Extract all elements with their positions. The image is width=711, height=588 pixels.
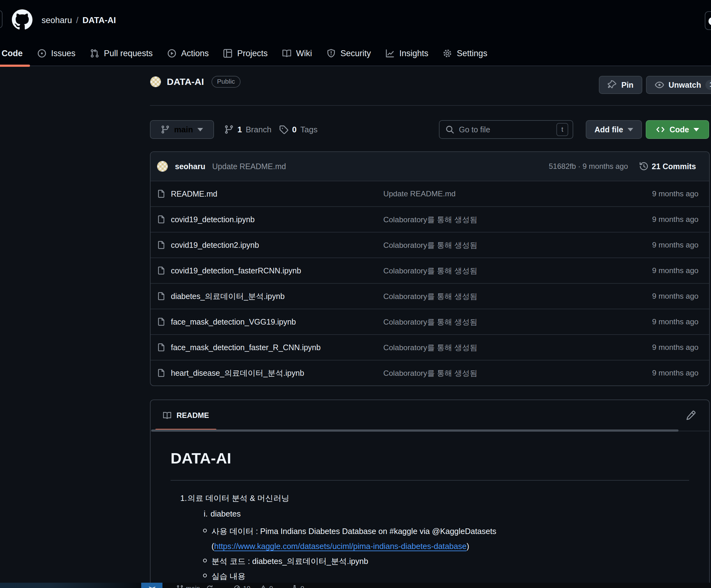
branches-link[interactable]: 1Branch <box>224 120 272 139</box>
status-sync[interactable] <box>206 583 213 588</box>
git-branch-icon <box>176 585 184 588</box>
repo-title[interactable]: DATA-AI <box>167 76 204 87</box>
history-icon <box>639 162 648 171</box>
status-extra[interactable]: 0 <box>291 583 304 588</box>
file-commit-date: 9 months ago <box>611 189 698 198</box>
file-icon <box>157 368 166 377</box>
status-warnings[interactable]: 0 <box>260 583 273 588</box>
file-name-link[interactable]: diabetes_의료데이터_분석.ipynb <box>171 291 285 301</box>
file-commit-message[interactable]: Colaboratory를 통해 생성됨 <box>383 214 611 225</box>
table-row[interactable]: face_mask_detection_faster_R_CNN.ipynb C… <box>151 334 709 360</box>
file-name-link[interactable]: face_mask_detection_faster_R_CNN.ipynb <box>171 343 321 352</box>
repo-avatar[interactable] <box>150 76 161 87</box>
table-row[interactable]: covid19_detection2.ipynb Colaboratory를 통… <box>151 232 709 257</box>
commit-author[interactable]: seoharu <box>175 162 205 171</box>
kaggle-dataset-link[interactable]: https://www.kaggle.com/datasets/uciml/pi… <box>214 542 467 550</box>
chevron-down-icon <box>197 128 203 131</box>
commit-history-link[interactable]: 21 Commits <box>639 162 696 171</box>
file-icon <box>157 241 166 249</box>
tab-issues[interactable]: Issues <box>30 41 83 66</box>
tab-insights[interactable]: Insights <box>378 41 435 66</box>
go-to-file-input[interactable] <box>459 125 552 134</box>
file-commit-message[interactable]: Colaboratory를 통해 생성됨 <box>383 266 611 276</box>
file-name-link[interactable]: README.md <box>171 189 217 199</box>
breadcrumb-repo-link[interactable]: DATA-AI <box>83 16 116 25</box>
github-repo-page: { "header": { "breadcrumb": { "owner": "… <box>0 0 711 588</box>
list-item: 분석 코드 : diabetes_의료데이터_분석.ipynb <box>203 554 689 569</box>
readme-tabbar: README <box>151 400 709 431</box>
warning-icon <box>260 585 267 588</box>
unwatch-button[interactable]: Unwatch 1 <box>646 76 711 94</box>
file-name-link[interactable]: covid19_detection2.ipynb <box>171 241 259 250</box>
tab-wiki[interactable]: Wiki <box>275 41 319 66</box>
chevron-down-icon <box>628 128 633 131</box>
header-action-icon <box>709 17 711 25</box>
edit-readme-pencil-icon[interactable] <box>685 410 696 421</box>
pin-icon <box>608 80 617 90</box>
go-to-file-box: t <box>439 120 573 139</box>
file-icon <box>157 189 166 198</box>
file-commit-message[interactable]: Colaboratory를 통해 생성됨 <box>383 240 611 250</box>
breadcrumb-owner-link[interactable]: seoharu <box>42 16 72 25</box>
branch-selector[interactable]: main <box>150 120 214 139</box>
file-commit-date: 9 months ago <box>611 343 698 352</box>
file-name-link[interactable]: covid19_detection_fasterRCNN.ipynb <box>171 266 301 275</box>
file-icon <box>157 317 166 326</box>
pin-button[interactable]: Pin <box>599 76 642 94</box>
code-button[interactable]: Code <box>646 120 709 139</box>
file-name-link[interactable]: covid19_detection.ipynb <box>171 215 255 224</box>
tag-icon <box>279 125 288 134</box>
file-commit-message[interactable]: Colaboratory를 통해 생성됨 <box>383 368 611 378</box>
list-item: 실습 내용 <box>203 569 689 584</box>
readme-section: README DATA-AI 1. 의료 데이터 분석 & 머신러닝 i. di… <box>150 400 710 588</box>
commit-sha-time[interactable]: 51682fb · 9 months ago <box>549 162 628 171</box>
add-file-button[interactable]: Add file <box>586 120 642 139</box>
repo-toolbar: main 1Branch 0Tags t Add file Code <box>150 120 711 139</box>
readme-content: DATA-AI 1. 의료 데이터 분석 & 머신러닝 i. diabetes … <box>151 431 709 588</box>
table-row[interactable]: covid19_detection.ipynb Colaboratory를 통해… <box>151 206 709 232</box>
repo-nav-tabs: Code Issues Pull requests Actions Projec… <box>0 41 495 66</box>
table-row[interactable]: face_mask_detection_VGG19.ipynb Colabora… <box>151 309 709 334</box>
commit-author-avatar[interactable] <box>157 161 168 172</box>
table-row[interactable]: covid19_detection_fasterRCNN.ipynb Colab… <box>151 257 709 283</box>
tab-actions[interactable]: Actions <box>160 41 216 66</box>
global-nav-menu-button[interactable] <box>0 10 2 28</box>
file-commit-date: 9 months ago <box>611 292 698 300</box>
remote-indicator[interactable]: >< <box>141 583 163 588</box>
file-commit-message[interactable]: Colaboratory를 통해 생성됨 <box>383 317 611 327</box>
git-branch-icon <box>161 125 170 134</box>
file-commit-message[interactable]: Colaboratory를 통해 생성됨 <box>383 291 611 301</box>
table-row[interactable]: heart_disease_의료데이터_분석.ipynb Colaborator… <box>151 360 709 385</box>
table-row[interactable]: diabetes_의료데이터_분석.ipynb Colaboratory를 통해… <box>151 283 709 309</box>
file-commit-message[interactable]: Colaboratory를 통해 생성됨 <box>383 342 611 353</box>
tab-projects[interactable]: Projects <box>216 41 275 66</box>
file-commit-message[interactable]: Update README.md <box>383 189 611 198</box>
file-icon <box>157 292 166 300</box>
tab-settings[interactable]: Settings <box>435 41 495 66</box>
beaker-icon <box>291 585 298 588</box>
commit-message-link[interactable]: Update README.md <box>212 162 286 171</box>
tab-security[interactable]: Security <box>319 41 378 66</box>
status-branch[interactable]: main <box>176 583 200 588</box>
file-name-link[interactable]: heart_disease_의료데이터_분석.ipynb <box>171 368 304 378</box>
repo-header: DATA-AI Public Pin Unwatch 1 <box>150 76 711 95</box>
graph-icon <box>385 49 394 58</box>
tab-code[interactable]: Code <box>0 41 30 66</box>
table-icon <box>223 49 232 58</box>
breadcrumb-separator: / <box>76 16 79 25</box>
tab-pull-requests[interactable]: Pull requests <box>83 41 160 66</box>
status-errors[interactable]: 10 <box>234 583 250 588</box>
header-action-button-partial[interactable] <box>705 11 711 30</box>
horizontal-scrollbar-thumb[interactable] <box>151 429 678 432</box>
section-divider <box>150 105 711 106</box>
git-pull-request-icon <box>90 49 99 58</box>
file-commit-date: 9 months ago <box>611 215 698 224</box>
table-row[interactable]: README.md Update README.md 9 months ago <box>151 181 709 206</box>
sync-icon <box>206 585 213 588</box>
file-name-link[interactable]: face_mask_detection_VGG19.ipynb <box>171 317 296 326</box>
tags-link[interactable]: 0Tags <box>279 120 317 139</box>
github-logo-icon[interactable] <box>12 9 33 30</box>
tab-readme[interactable]: README <box>155 400 216 431</box>
gear-icon <box>443 49 452 58</box>
file-rows: README.md Update README.md 9 months ago … <box>151 181 709 385</box>
